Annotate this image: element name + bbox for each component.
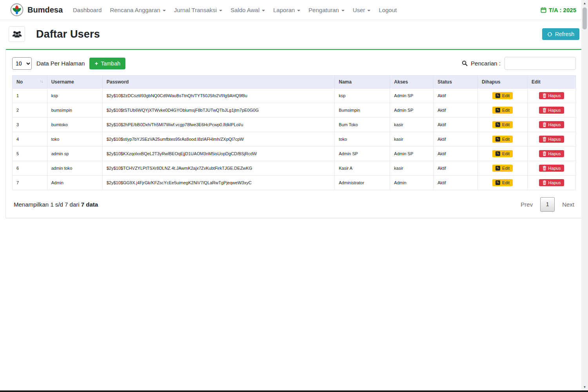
nav-item-pengaturan[interactable]: Pengaturan: [309, 7, 345, 13]
prev-button[interactable]: Prev: [521, 201, 533, 208]
edit-button[interactable]: ✎ Edit: [492, 165, 513, 172]
edit-button-label: Edit: [502, 151, 510, 156]
cell-akses: kasir: [390, 118, 434, 132]
tambah-button[interactable]: + Tambah: [89, 58, 125, 69]
sort-icon: ↑↓: [40, 79, 43, 83]
col-header-no[interactable]: No↑↓: [13, 76, 47, 89]
nav-item-rencana-anggaran[interactable]: Rencana Anggaran: [110, 7, 165, 13]
cell-password: $2y$10$KXzqolxxBQeL2T3yRwlBEOqEjjD1UAOM3…: [102, 147, 335, 161]
top-navbar: Bumdesa Dashboard Rencana Anggaran Jurna…: [0, 0, 588, 20]
hapus-button[interactable]: Hapus: [539, 150, 564, 157]
nav-item-laporan[interactable]: Laporan: [273, 7, 300, 13]
table-row: 6 admin toko $2y$10$TCHVZYLPtTSXr8DLNZ.4…: [13, 161, 576, 176]
cell-username: admin sp: [47, 147, 102, 161]
hapus-button[interactable]: Hapus: [539, 136, 564, 143]
table-info-count: 7 data: [81, 201, 98, 208]
cell-password: $2y$10$2zDCsztil93gbNQ0Cd9WauBsTtnQh/TYT…: [102, 89, 335, 103]
cell-akses: kasir: [390, 161, 434, 176]
col-header-nama[interactable]: Nama: [335, 76, 390, 89]
col-header-password[interactable]: Password: [102, 76, 335, 89]
page-header: Daftar Users Refresh: [0, 20, 588, 49]
col-header-label: Akses: [394, 79, 408, 85]
cell-username: Admin: [47, 176, 102, 190]
pencil-icon: ✎: [495, 151, 500, 156]
col-header-status[interactable]: Status: [434, 76, 478, 89]
nav-item-logout[interactable]: Logout: [379, 7, 397, 13]
trash-icon: [543, 151, 546, 156]
window-bottom-edge: [0, 390, 588, 392]
cell-status: Aktif: [434, 118, 478, 132]
cell-status: Aktif: [434, 161, 478, 176]
pencil-icon: ✎: [495, 166, 500, 171]
edit-button-label: Edit: [502, 137, 510, 142]
nav-item-label: Laporan: [273, 7, 295, 13]
col-header-label: Password: [107, 79, 129, 85]
hapus-button[interactable]: Hapus: [539, 107, 564, 114]
vertical-scrollbar[interactable]: ▲ ▼: [581, 0, 588, 390]
col-header-label: Edit: [532, 79, 541, 85]
nav-item-label: Dashboard: [73, 7, 102, 13]
hapus-button[interactable]: Hapus: [539, 92, 564, 99]
cell-username: toko: [47, 132, 102, 147]
hapus-button[interactable]: Hapus: [539, 179, 564, 186]
chevron-down-icon: [219, 10, 222, 11]
hapus-button-label: Hapus: [548, 108, 561, 113]
search-input[interactable]: [505, 57, 576, 70]
trash-icon: [543, 108, 546, 113]
scroll-down-arrow-icon[interactable]: ▼: [581, 384, 588, 390]
edit-button[interactable]: ✎ Edit: [492, 136, 513, 143]
page-1-button[interactable]: 1: [540, 197, 555, 212]
nav-item-dashboard[interactable]: Dashboard: [73, 7, 102, 13]
trash-icon: [543, 166, 546, 171]
cell-edit: Hapus: [528, 147, 576, 161]
cell-nama: toko: [335, 132, 390, 147]
chevron-down-icon: [367, 10, 370, 11]
edit-button[interactable]: ✎ Edit: [492, 107, 513, 114]
nav-item-label: Logout: [379, 7, 397, 13]
scrollbar-thumb[interactable]: [583, 7, 587, 29]
nav-item-jurnal-transaksi[interactable]: Jurnal Transaksi: [174, 7, 222, 13]
cell-akses: Admin: [390, 176, 434, 190]
edit-button[interactable]: ✎ Edit: [492, 92, 513, 99]
hapus-button[interactable]: Hapus: [539, 121, 564, 128]
col-header-username[interactable]: Username: [47, 76, 102, 89]
col-header-dihapus[interactable]: Dihapus: [478, 76, 528, 89]
chevron-down-icon: [163, 10, 166, 11]
table-row: 2 bumsimpin $2y$10$tSTUb6WQYjXTWvke0D4GY…: [13, 103, 576, 118]
cell-dihapus: ✎ Edit: [478, 89, 528, 103]
scroll-up-arrow-icon[interactable]: ▲: [581, 0, 588, 7]
edit-button[interactable]: ✎ Edit: [492, 121, 513, 128]
edit-button[interactable]: ✎ Edit: [492, 179, 513, 186]
pencil-icon: ✎: [495, 180, 500, 185]
hapus-button[interactable]: Hapus: [539, 165, 564, 172]
trash-icon: [543, 180, 546, 185]
cell-password: $2y$10$stiyp7bYJSEzVA25umfbtes95rAs8ood.…: [102, 132, 335, 147]
edit-button[interactable]: ✎ Edit: [492, 150, 513, 157]
per-page-label: Data Per Halaman: [36, 60, 85, 67]
trash-icon: [543, 122, 546, 127]
nav-item-user[interactable]: User: [353, 7, 371, 13]
refresh-button[interactable]: Refresh: [542, 28, 579, 40]
hapus-button-label: Hapus: [548, 180, 561, 185]
next-button[interactable]: Next: [562, 201, 574, 208]
edit-button-label: Edit: [502, 108, 510, 113]
col-header-edit[interactable]: Edit: [528, 76, 576, 89]
nav-item-label: Pengaturan: [309, 7, 339, 13]
edit-button-label: Edit: [502, 93, 510, 98]
hapus-button-label: Hapus: [548, 151, 561, 156]
cell-status: Aktif: [434, 89, 478, 103]
cell-dihapus: ✎ Edit: [478, 132, 528, 147]
cell-password: $2y$10$2hPE/bB0Dxh/Th5MI7Wwf.vcgp78fwe3E…: [102, 118, 335, 132]
col-header-akses[interactable]: Akses: [390, 76, 434, 89]
pagination: Prev 1 Next: [521, 197, 574, 212]
cell-dihapus: ✎ Edit: [478, 103, 528, 118]
trash-icon: [543, 137, 546, 142]
nav-item-saldo-awal[interactable]: Saldo Awal: [230, 7, 265, 13]
cell-status: Aktif: [434, 176, 478, 190]
per-page-select[interactable]: 10: [12, 57, 32, 70]
cell-dihapus: ✎ Edit: [478, 147, 528, 161]
brand-name[interactable]: Bumdesa: [27, 5, 63, 15]
col-header-label: Username: [51, 79, 74, 85]
table-row: 5 admin sp $2y$10$KXzqolxxBQeL2T3yRwlBEO…: [13, 147, 576, 161]
cell-password: $2y$10$tSTUb6WQYjXTWvke0D4GYOblumsjF8bTJ…: [102, 103, 335, 118]
